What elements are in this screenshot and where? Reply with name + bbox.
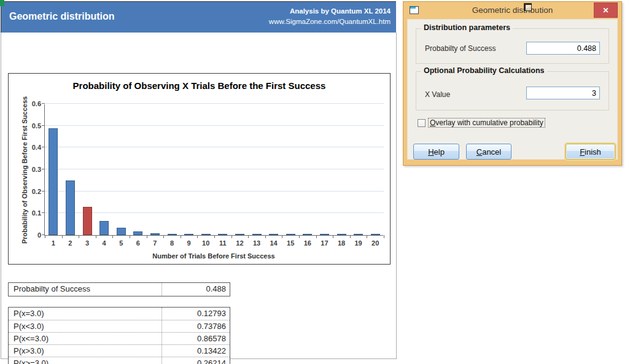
table-row: P(x>=3.0)0.26214 — [9, 357, 230, 364]
bar — [218, 234, 227, 235]
report-title: Geometric distribution — [9, 11, 115, 22]
dialog-titlebar[interactable]: Geometric distribution ✕ — [403, 2, 621, 19]
table-row: P(x<=3.0)0.86578 — [9, 332, 230, 344]
x-value-input[interactable] — [526, 87, 600, 99]
y-axis-tick — [42, 212, 45, 213]
x-tick-label: 12 — [233, 239, 246, 247]
table-cell-value: 0.12793 — [162, 308, 230, 320]
table-cell-value: 0.26214 — [162, 357, 230, 364]
x-axis-tick — [384, 235, 384, 238]
x-axis-tick — [62, 235, 63, 238]
report-credit-block: Analysis by Quantum XL 2014 www.SigmaZon… — [269, 6, 391, 27]
bar — [337, 234, 346, 235]
cancel-button[interactable]: Cancel — [466, 144, 511, 160]
bar — [201, 234, 211, 235]
chart-title: Probability of Observing X Trials Before… — [9, 80, 390, 91]
y-tick-label: 0.3 — [18, 165, 41, 174]
x-axis-tick — [367, 235, 367, 238]
x-tick-label: 9 — [182, 239, 196, 247]
gridline — [45, 169, 384, 169]
bar — [252, 234, 262, 235]
bar — [235, 234, 244, 235]
table-cell-label: P(x<3.0) — [9, 320, 162, 332]
x-axis-tick — [181, 235, 181, 238]
close-icon: ✕ — [602, 6, 609, 15]
x-axis-tick — [163, 235, 164, 238]
bar-highlighted — [83, 207, 92, 235]
help-button[interactable]: Help — [413, 144, 459, 160]
x-tick-label: 15 — [284, 239, 297, 247]
probability-calculations-table: P(x=3.0)0.12793P(x<3.0)0.73786P(x<=3.0)0… — [8, 307, 230, 364]
bar — [99, 221, 109, 235]
x-axis-tick — [96, 235, 96, 238]
x-axis-tick — [197, 235, 198, 238]
x-tick-label: 17 — [317, 239, 331, 247]
table-cell-label: P(x>3.0) — [9, 345, 162, 357]
x-axis-tick — [299, 235, 300, 238]
bar — [168, 234, 177, 235]
y-tick-label: 0.6 — [18, 99, 41, 108]
overlay-cumulative-checkbox[interactable] — [418, 119, 426, 127]
bar — [320, 234, 329, 235]
bar — [150, 233, 160, 235]
x-axis-tick — [333, 235, 333, 238]
bar — [286, 234, 295, 235]
x-tick-label: 16 — [301, 239, 314, 247]
bar — [371, 234, 380, 235]
x-tick-label: 8 — [165, 239, 179, 247]
screen: Geometric distribution Analysis by Quant… — [0, 0, 630, 364]
table-cell-value: 0.73786 — [162, 320, 230, 332]
table-cell-value: 0.488 — [162, 283, 230, 296]
success-probability-table: Probabilty of Success 0.488 — [8, 282, 230, 296]
analysis-url: www.SigmaZone.com/QuantumXL.htm — [269, 17, 391, 27]
x-axis-tick — [147, 235, 147, 238]
y-axis-tick — [42, 147, 45, 147]
x-tick-label: 1 — [47, 239, 60, 247]
x-tick-label: 13 — [250, 239, 263, 247]
x-axis-tick — [248, 235, 249, 238]
table-row: Probabilty of Success 0.488 — [9, 283, 230, 296]
x-tick-label: 14 — [267, 239, 281, 247]
x-axis-tick — [316, 235, 317, 238]
bar — [184, 234, 193, 235]
x-value-label: X Value — [425, 90, 450, 99]
bar — [66, 180, 75, 235]
dialog-title: Geometric distribution — [403, 6, 621, 15]
mouse-cursor-icon — [524, 3, 532, 11]
x-tick-label: 3 — [80, 239, 94, 247]
x-axis-tick — [282, 235, 282, 238]
table-row: P(x>3.0)0.13422 — [9, 344, 230, 357]
report-header: Geometric distribution Analysis by Quant… — [1, 1, 396, 33]
gridline — [45, 103, 384, 104]
analysis-credit: Analysis by Quantum XL 2014 — [269, 6, 391, 17]
table-cell-label: P(x>=3.0) — [9, 357, 162, 364]
table-cell-label: P(x<=3.0) — [9, 333, 162, 344]
x-axis-tick — [265, 235, 266, 238]
checkbox-label[interactable]: Overlay with cumulative probability — [428, 118, 545, 128]
dialog-body: Distribution parameters Probabilty of Su… — [407, 19, 618, 160]
probability-of-success-input[interactable] — [526, 42, 600, 55]
table-cell-label: P(x=3.0) — [9, 308, 162, 320]
finish-button[interactable]: Finish — [566, 144, 615, 160]
close-button[interactable]: ✕ — [594, 2, 618, 18]
bar — [49, 128, 58, 235]
gridline — [45, 147, 384, 147]
distribution-parameters-group: Distribution parameters Probabilty of Su… — [416, 28, 609, 64]
gridline — [45, 125, 384, 126]
bar — [269, 234, 278, 235]
x-tick-label: 7 — [148, 239, 161, 247]
bar — [133, 231, 142, 235]
x-axis-tick — [231, 235, 232, 238]
bar — [117, 228, 126, 235]
x-tick-label: 20 — [368, 239, 382, 247]
y-axis-tick — [42, 103, 45, 104]
y-axis-tick — [42, 191, 45, 192]
x-tick-label: 2 — [63, 239, 77, 247]
x-axis-tick — [130, 235, 130, 238]
x-tick-label: 10 — [199, 239, 212, 247]
x-tick-label: 5 — [114, 239, 128, 247]
table-row: P(x<3.0)0.73786 — [9, 320, 230, 332]
x-tick-label: 4 — [98, 239, 111, 247]
optional-probability-group: Optional Probability Calculations X Valu… — [416, 71, 609, 110]
y-tick-label: 0 — [18, 231, 41, 239]
